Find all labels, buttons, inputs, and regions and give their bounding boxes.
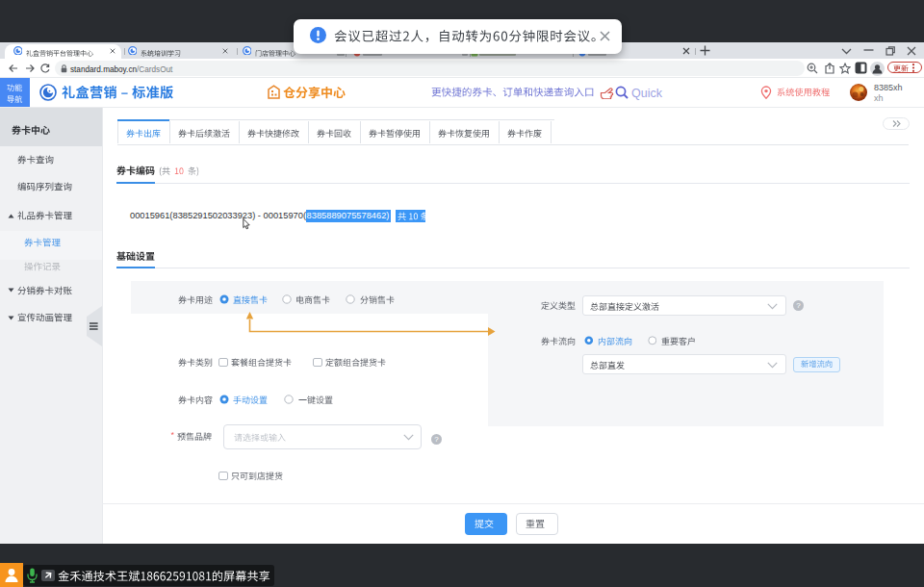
svg-text:?: ? — [434, 435, 439, 444]
svg-text:?: ? — [796, 301, 801, 310]
